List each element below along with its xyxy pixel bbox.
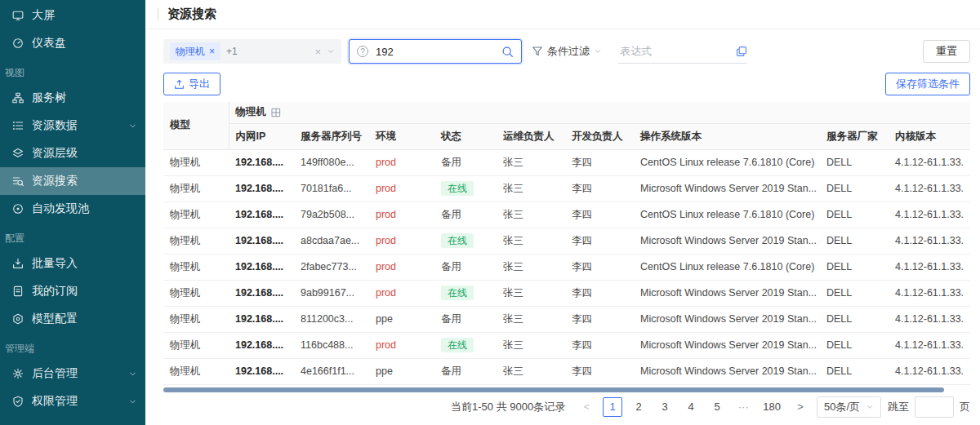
cell-serial: 70181fa6... — [294, 175, 369, 201]
save-filter-button[interactable]: 保存筛选条件 — [885, 73, 970, 95]
cell-vendor: DELL — [820, 201, 889, 228]
expression-input[interactable] — [618, 44, 736, 58]
sidebar-item-auto-discovery-pool[interactable]: 自动发现池 — [0, 195, 145, 223]
sidebar-item-backend-admin[interactable]: 后台管理 — [0, 360, 145, 387]
cell-dev_owner: 李四 — [565, 149, 634, 175]
sidebar-item-resource-search[interactable]: 资源搜索 — [0, 167, 145, 195]
reset-button[interactable]: 重置 — [923, 40, 970, 63]
cell-model: 物理机 — [163, 149, 229, 175]
table-row[interactable]: 物理机192.168....4e166f1f1...ppe备用张三李四Micro… — [163, 358, 970, 384]
condition-filter-label: 条件过滤 — [547, 44, 590, 59]
pagination-page-1[interactable]: 1 — [603, 397, 622, 417]
data-icon — [11, 119, 24, 132]
model-tag: 物理机 × — [170, 42, 220, 60]
sidebar-item-dashboard[interactable]: 仪表盘 — [0, 29, 145, 57]
sidebar-item-resource-data[interactable]: 资源数据 — [0, 112, 145, 139]
cell-kernel: 4.1.12-61.1.33. — [889, 306, 970, 332]
dashboard-icon — [11, 37, 24, 50]
model-select[interactable]: 物理机 × +1 × — [163, 39, 341, 64]
subscribe-icon — [11, 285, 24, 298]
cell-os: Microsoft Windows Server 2019 Stan... — [634, 358, 820, 384]
cell-os: CentOS Linux release 7.6.1810 (Core) — [634, 149, 820, 175]
cell-ops_owner: 张三 — [497, 201, 565, 228]
funnel-icon — [532, 46, 543, 57]
column-header-vendor: 服务器厂家 — [820, 123, 889, 149]
cell-ip: 192.168.... — [229, 280, 294, 306]
table-row[interactable]: 物理机192.168....9ab99167...prod在线张三李四Micro… — [163, 280, 970, 306]
cell-serial: a8cdaa7ae... — [294, 228, 369, 254]
group-header-label: 物理机 — [236, 105, 267, 119]
sidebar-item-label: 模型配置 — [32, 312, 137, 326]
page-size-select[interactable]: 50条/页 — [817, 396, 881, 418]
table-row[interactable]: 物理机192.168....149ff080e...prod备用张三李四Cent… — [163, 149, 970, 175]
table-row[interactable]: 物理机192.168....811200c3...ppe备用张三李四Micros… — [163, 306, 970, 332]
table-row[interactable]: 物理机192.168....a8cdaa7ae...prod在线张三李四Micr… — [163, 228, 970, 254]
table-head: 模型 物理机 内网IP服务器序列号环境状态运维负责人开发负责人操作系统版本服务器… — [163, 102, 970, 149]
table-row[interactable]: 物理机192.168....2fabec773...prod备用张三李四Cent… — [163, 254, 970, 280]
sidebar-item-permission-admin[interactable]: 权限管理 — [0, 387, 145, 415]
search-icon[interactable] — [501, 46, 514, 58]
cell-kernel: 4.1.12-61.1.33. — [889, 149, 970, 175]
cell-ip: 192.168.... — [229, 254, 294, 280]
pagination-pages: 12345···180 — [603, 397, 784, 417]
search-input[interactable] — [374, 45, 501, 59]
pagination-page-5[interactable]: 5 — [707, 397, 727, 417]
copy-icon[interactable] — [736, 46, 747, 57]
chevron-down-icon — [594, 47, 602, 55]
cell-dev_owner: 李四 — [565, 332, 634, 358]
tree-icon — [11, 91, 24, 104]
pagination-ellipsis[interactable]: ··· — [733, 397, 753, 417]
cell-ip: 192.168.... — [229, 306, 294, 332]
pagination-prev-button[interactable]: < — [577, 397, 596, 417]
sidebar-item-resource-level[interactable]: 资源层级 — [0, 139, 145, 167]
table-row[interactable]: 物理机192.168....79a2b508...prod备用张三李四CentO… — [163, 201, 970, 228]
model-tag-label: 物理机 — [176, 45, 205, 59]
horizontal-scrollbar-thumb[interactable] — [163, 387, 944, 392]
cell-dev_owner: 李四 — [565, 201, 634, 228]
cell-kernel: 4.1.12-61.1.33. — [889, 175, 970, 201]
sidebar-item-label: 权限管理 — [32, 394, 127, 409]
clear-select-icon[interactable]: × — [314, 46, 321, 58]
cell-serial: 9ab99167... — [294, 280, 369, 306]
sidebar-item-model-config[interactable]: 模型配置 — [0, 305, 145, 333]
cell-kernel: 4.1.12-61.1.33. — [889, 228, 970, 254]
grid-icon[interactable] — [271, 108, 281, 117]
sidebar-item-service-tree[interactable]: 服务树 — [0, 84, 145, 112]
cell-status: 备用 — [434, 254, 497, 280]
sidebar-item-big-screen[interactable]: 大屏 — [0, 2, 145, 29]
condition-filter-dropdown[interactable]: 条件过滤 — [532, 44, 602, 59]
cell-ip: 192.168.... — [229, 332, 294, 358]
export-button-label: 导出 — [189, 77, 210, 91]
pagination-page-2[interactable]: 2 — [629, 397, 648, 417]
cell-ops_owner: 张三 — [497, 228, 565, 254]
sidebar-item-my-subscription[interactable]: 我的订阅 — [0, 277, 145, 305]
cell-os: Microsoft Windows Server 2019 Stan... — [634, 175, 820, 201]
pagination-page-180[interactable]: 180 — [760, 397, 784, 417]
table-row[interactable]: 物理机192.168....116bc488...prod在线张三李四Micro… — [163, 332, 970, 358]
pagination-page-3[interactable]: 3 — [655, 397, 675, 417]
cell-vendor: DELL — [820, 254, 889, 280]
table-row[interactable]: 物理机192.168....70181fa6...prod在线张三李四Micro… — [163, 175, 970, 201]
pagination-next-button[interactable]: > — [791, 397, 810, 417]
page-jump-input[interactable] — [915, 396, 954, 418]
export-button[interactable]: 导出 — [163, 73, 220, 95]
column-header-serial: 服务器序列号 — [294, 123, 369, 149]
sidebar-section-label: 视图 — [0, 57, 145, 84]
cell-env: prod — [369, 280, 434, 306]
sidebar-item-label: 大屏 — [32, 8, 137, 23]
chevron-down-icon[interactable] — [327, 47, 335, 55]
content-area: 物理机 × +1 × ? 条件过滤 — [145, 29, 980, 425]
sidebar-item-label: 自动发现池 — [32, 201, 137, 216]
pagination-page-4[interactable]: 4 — [681, 397, 701, 417]
column-header-model: 模型 — [163, 102, 229, 149]
action-row: 导出 保存筛选条件 — [163, 73, 970, 95]
pagination-bar: 当前1-50 共 9000条记录 < 12345···180 > 50条/页 跳… — [163, 395, 970, 424]
model-icon — [11, 312, 24, 325]
pagination-summary: 当前1-50 共 9000条记录 — [451, 400, 565, 414]
cell-vendor: DELL — [820, 358, 889, 384]
tag-close-icon[interactable]: × — [209, 46, 215, 56]
sidebar-item-batch-import[interactable]: 批量导入 — [0, 250, 145, 277]
screen-icon — [11, 9, 24, 22]
cell-kernel: 4.1.12-61.1.33. — [889, 280, 970, 306]
cell-vendor: DELL — [820, 149, 889, 175]
